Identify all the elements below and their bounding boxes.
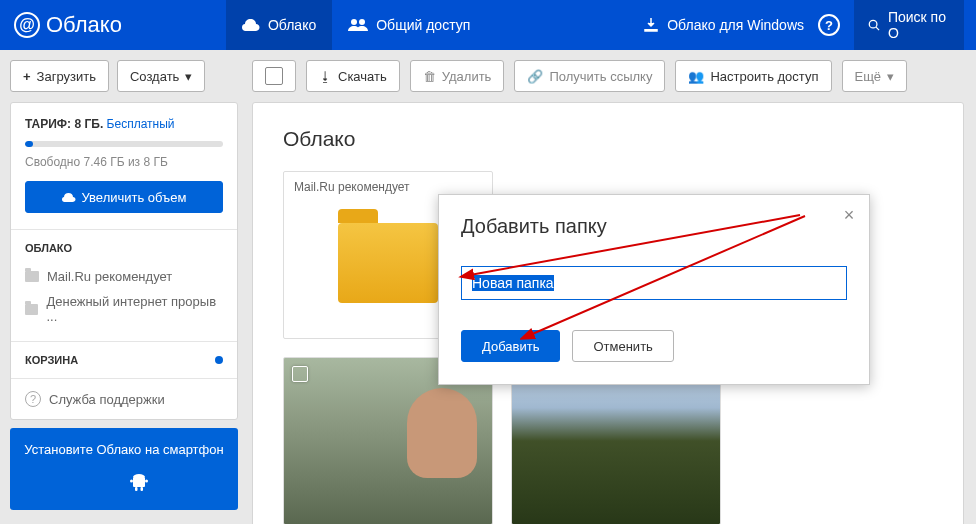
tariff-size: 8 ГБ.	[74, 117, 103, 131]
windows-download-link[interactable]: Облако для Windows	[643, 17, 804, 33]
promo-text: Установите Облако на смартфон	[24, 442, 224, 457]
sidebar-cloud-title: ОБЛАКО	[25, 242, 223, 254]
windows-link-text: Облако для Windows	[667, 17, 804, 33]
svg-rect-7	[135, 487, 138, 491]
sidebar-support[interactable]: ? Служба поддержки	[11, 378, 237, 419]
modal-submit-button[interactable]: Добавить	[461, 330, 560, 362]
trash-indicator-icon	[215, 356, 223, 364]
tariff-plan-link[interactable]: Бесплатный	[107, 117, 175, 131]
modal-close-button[interactable]: ×	[839, 205, 859, 225]
download-icon	[643, 17, 659, 33]
share-settings-button[interactable]: 👥Настроить доступ	[675, 60, 831, 92]
svg-point-6	[145, 480, 148, 483]
download-button[interactable]: ⭳Скачать	[306, 60, 400, 92]
search-icon	[868, 18, 880, 32]
people-icon	[348, 18, 368, 32]
tile-checkbox[interactable]	[292, 366, 308, 382]
sidebar-trash-title: КОРЗИНА	[25, 354, 78, 366]
chevron-down-icon: ▾	[887, 69, 894, 84]
tile-label: Mail.Ru рекомендует	[294, 180, 410, 194]
link-icon: 🔗	[527, 69, 543, 84]
search-box[interactable]: Поиск по О	[854, 0, 964, 50]
create-button[interactable]: Создать ▾	[117, 60, 205, 92]
cloud-icon	[242, 18, 260, 32]
tariff-block: ТАРИФ: 8 ГБ. Бесплатный Свободно 7.46 ГБ…	[11, 103, 237, 229]
search-placeholder: Поиск по О	[888, 9, 950, 41]
logo[interactable]: @ Облако	[0, 12, 136, 38]
add-folder-modal: × Добавить папку Добавить Отменить	[438, 194, 870, 385]
nav-cloud[interactable]: Облако	[226, 0, 332, 50]
header-right: Облако для Windows ? Поиск по О	[643, 0, 976, 50]
folder-icon	[25, 271, 39, 282]
storage-progress	[25, 141, 223, 147]
get-link-button[interactable]: 🔗Получить ссылку	[514, 60, 665, 92]
upload-button[interactable]: +Загрузить	[10, 60, 109, 92]
download-icon: ⭳	[319, 69, 332, 84]
sidebar-cloud-section: ОБЛАКО Mail.Ru рекомендует Денежный инте…	[11, 229, 237, 341]
nav-shared[interactable]: Общий доступ	[332, 0, 486, 50]
svg-rect-4	[133, 477, 145, 487]
folder-icon	[25, 304, 38, 315]
nav-shared-label: Общий доступ	[376, 17, 470, 33]
people-icon: 👥	[688, 69, 704, 84]
svg-point-5	[130, 480, 133, 483]
select-all-checkbox[interactable]	[252, 60, 296, 92]
trash-icon: 🗑	[423, 69, 436, 84]
svg-point-1	[359, 19, 365, 25]
at-icon: @	[14, 12, 40, 38]
sidebar-item-recommend[interactable]: Mail.Ru рекомендует	[25, 264, 223, 289]
storage-free-text: Свободно 7.46 ГБ из 8 ГБ	[25, 155, 223, 169]
cloud-icon	[62, 192, 76, 203]
svg-point-2	[869, 20, 877, 28]
chevron-down-icon: ▾	[185, 69, 192, 84]
modal-title: Добавить папку	[461, 215, 847, 238]
logo-text: Облако	[46, 12, 122, 38]
delete-button[interactable]: 🗑Удалить	[410, 60, 505, 92]
sidebar: +Загрузить Создать ▾ ТАРИФ: 8 ГБ. Беспла…	[0, 50, 244, 524]
question-icon: ?	[25, 391, 41, 407]
modal-cancel-button[interactable]: Отменить	[572, 330, 673, 362]
svg-line-3	[876, 27, 879, 30]
tariff-label: ТАРИФ:	[25, 117, 71, 131]
sidebar-trash[interactable]: КОРЗИНА	[11, 341, 237, 378]
android-icon	[130, 471, 148, 496]
increase-storage-button[interactable]: Увеличить объем	[25, 181, 223, 213]
folder-icon	[338, 223, 438, 303]
mobile-promo[interactable]: Установите Облако на смартфон	[10, 428, 238, 510]
sidebar-item-money[interactable]: Денежный интернет прорыв ...	[25, 289, 223, 329]
page-title: Облако	[283, 127, 933, 151]
toolbar: ⭳Скачать 🗑Удалить 🔗Получить ссылку 👥Наст…	[252, 60, 964, 92]
folder-name-input[interactable]	[461, 266, 847, 300]
help-icon[interactable]: ?	[818, 14, 840, 36]
svg-rect-8	[141, 487, 144, 491]
svg-point-0	[351, 19, 357, 25]
top-nav: Облако Общий доступ	[226, 0, 486, 50]
header: @ Облако Облако Общий доступ Облако для …	[0, 0, 976, 50]
nav-cloud-label: Облако	[268, 17, 316, 33]
more-button[interactable]: Ещё ▾	[842, 60, 908, 92]
